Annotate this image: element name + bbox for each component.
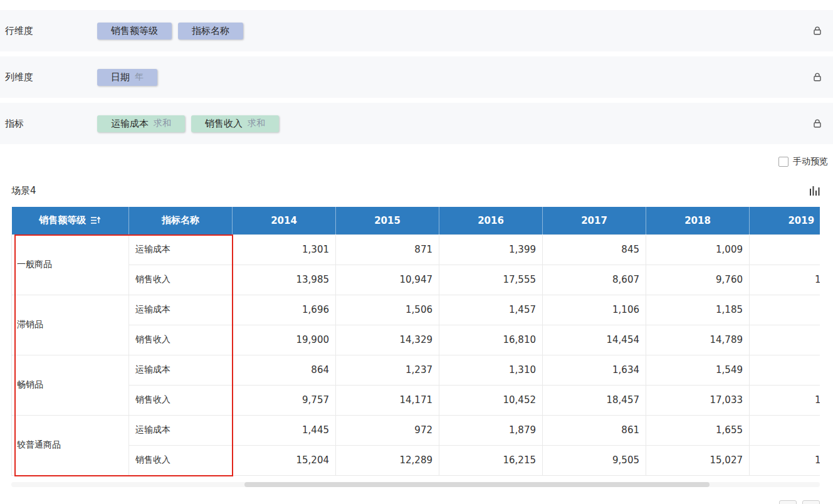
- column-header: 2015: [336, 207, 439, 234]
- metric-name-cell[interactable]: 运输成本: [129, 355, 233, 385]
- table-row: 销售收入19,90014,32916,81014,45414,789: [12, 325, 820, 355]
- value-cell: 871: [336, 234, 439, 265]
- column-header-label: 2018: [684, 215, 711, 226]
- column-header-inner: 2016: [478, 215, 504, 226]
- metric-name-cell[interactable]: 运输成本: [129, 415, 233, 445]
- table-row: 畅销品运输成本8641,2371,3101,6341,549: [12, 355, 820, 385]
- column-header[interactable]: 销售额等级: [12, 207, 129, 234]
- value-cell: 1,457: [439, 295, 543, 325]
- value-cell: 1,445: [233, 415, 336, 445]
- column-dimension-chips: 日期 年: [97, 69, 157, 86]
- column-header: 2019: [750, 207, 820, 234]
- cutoff-button[interactable]: [779, 500, 797, 504]
- chip-suffix: 求和: [154, 118, 171, 129]
- value-cell: 12,289: [336, 445, 439, 475]
- manual-preview-checkbox[interactable]: [778, 157, 788, 167]
- config-row-row-dimensions: 行维度 销售额等级 指标名称: [0, 10, 833, 51]
- metric-name-cell[interactable]: 销售收入: [129, 325, 233, 355]
- value-cell: 17,033: [646, 385, 750, 415]
- value-cell: 1,185: [646, 295, 750, 325]
- config-panel: 行维度 销售额等级 指标名称 列维度 日期 年: [0, 0, 833, 144]
- value-cell: [750, 325, 820, 355]
- value-cell: 1,310: [439, 355, 543, 385]
- value-cell: 1,106: [543, 295, 646, 325]
- value-cell: 845: [543, 234, 646, 265]
- lock-icon[interactable]: [812, 73, 822, 82]
- column-header-inner: 2014: [271, 215, 297, 226]
- table-row: 滞销品运输成本1,6961,5061,4571,1061,185: [12, 295, 820, 325]
- value-cell: 1,879: [439, 415, 543, 445]
- value-cell: 1,506: [336, 295, 439, 325]
- scene-bar: 场景4: [11, 174, 820, 207]
- row-group-cell[interactable]: 畅销品: [12, 355, 129, 415]
- value-cell: 1,634: [543, 355, 646, 385]
- value-cell: 1,549: [646, 355, 750, 385]
- value-cell: 18,457: [543, 385, 646, 415]
- value-cell: 14,171: [336, 385, 439, 415]
- row-group-cell[interactable]: 滞销品: [12, 295, 129, 355]
- table-row: 销售收入15,20412,28916,2159,50515,0271: [12, 445, 820, 475]
- column-header: 2016: [439, 207, 543, 234]
- column-header-inner: 指标名称: [162, 214, 199, 226]
- value-cell: [750, 234, 820, 265]
- value-cell: 10,452: [439, 385, 543, 415]
- chip-metric-name[interactable]: 指标名称: [178, 23, 243, 39]
- column-header-label: 2015: [374, 215, 401, 226]
- column-header: 2017: [543, 207, 646, 234]
- value-cell: 13,985: [233, 265, 336, 295]
- chip-sales-revenue[interactable]: 销售收入 求和: [191, 115, 279, 132]
- scrollbar-thumb[interactable]: [244, 482, 710, 487]
- measure-chips: 运输成本 求和 销售收入 求和: [97, 115, 279, 132]
- row-group-cell[interactable]: 一般商品: [12, 234, 129, 295]
- scene-title: 场景4: [11, 185, 36, 197]
- metric-name-cell[interactable]: 销售收入: [129, 265, 233, 295]
- chip-label: 销售额等级: [111, 25, 158, 37]
- value-cell: 861: [543, 415, 646, 445]
- value-cell: 1,655: [646, 415, 750, 445]
- value-cell: 14,329: [336, 325, 439, 355]
- horizontal-scrollbar[interactable]: [11, 482, 820, 487]
- chip-suffix: 年: [135, 71, 144, 83]
- bar-chart-icon[interactable]: [809, 185, 820, 196]
- column-header-label: 销售额等级: [39, 214, 86, 226]
- value-cell: 1,399: [439, 234, 543, 265]
- value-cell: 15,204: [233, 445, 336, 475]
- value-cell: 16,810: [439, 325, 543, 355]
- chip-label: 销售收入: [205, 118, 243, 130]
- metric-name-cell[interactable]: 销售收入: [129, 445, 233, 475]
- lock-icon[interactable]: [812, 26, 822, 36]
- column-header-inner: 2018: [684, 215, 711, 226]
- value-cell: 1,009: [646, 234, 750, 265]
- value-cell: 864: [233, 355, 336, 385]
- metric-name-cell[interactable]: 销售收入: [129, 385, 233, 415]
- value-cell: 14,454: [543, 325, 646, 355]
- value-cell: 15,027: [646, 445, 750, 475]
- column-header-inner: 2015: [374, 215, 401, 226]
- value-cell: 9,757: [233, 385, 336, 415]
- value-cell: [750, 295, 820, 325]
- header-row: 销售额等级指标名称201420152016201720182019: [12, 207, 820, 234]
- chip-date-year[interactable]: 日期 年: [97, 69, 157, 86]
- chip-transport-cost[interactable]: 运输成本 求和: [97, 115, 185, 132]
- metric-name-cell[interactable]: 运输成本: [129, 234, 233, 265]
- pivot-config-page: 行维度 销售额等级 指标名称 列维度 日期 年: [0, 0, 833, 504]
- preview-row: 手动预览: [0, 149, 833, 174]
- metric-name-cell[interactable]: 运输成本: [129, 295, 233, 325]
- pivot-table-area: 销售额等级指标名称201420152016201720182019 一般商品运输…: [11, 207, 820, 487]
- column-header-inner: 销售额等级: [39, 214, 101, 226]
- sort-icon[interactable]: [90, 216, 101, 224]
- value-cell: 19,900: [233, 325, 336, 355]
- column-header: 2014: [233, 207, 336, 234]
- lock-icon[interactable]: [812, 119, 822, 129]
- table-row: 一般商品运输成本1,3018711,3998451,009: [12, 234, 820, 265]
- chip-sales-level[interactable]: 销售额等级: [97, 23, 172, 39]
- config-row-column-dimensions: 列维度 日期 年: [0, 56, 833, 98]
- row-group-cell[interactable]: 较普通商品: [12, 415, 129, 475]
- value-cell: 16,215: [439, 445, 543, 475]
- value-cell: 1,237: [336, 355, 439, 385]
- chip-label: 日期: [111, 71, 130, 83]
- column-header-label: 指标名称: [162, 214, 199, 226]
- cutoff-button[interactable]: [802, 500, 820, 504]
- config-row-measures: 指标 运输成本 求和 销售收入 求和: [0, 103, 833, 144]
- value-cell: [750, 355, 820, 385]
